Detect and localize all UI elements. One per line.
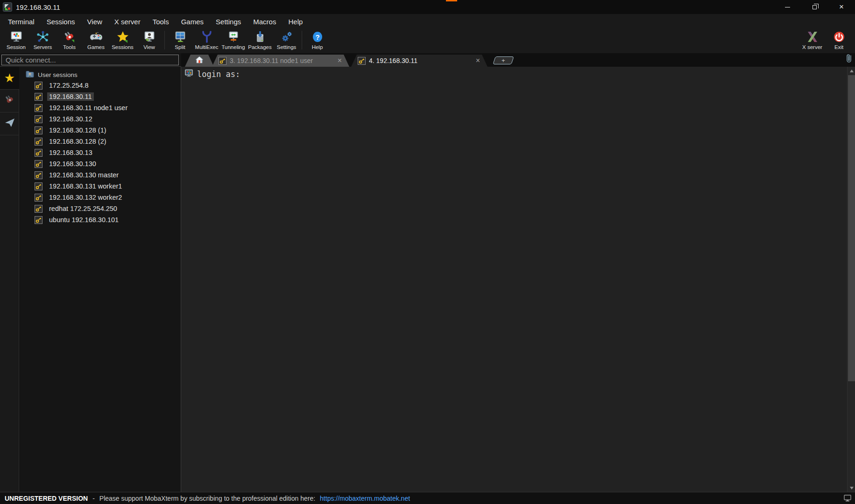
session-item[interactable]: 192.168.30.130 [19,158,181,169]
toolbar-divider [302,31,302,49]
tools-button[interactable]: Tools [56,30,83,52]
exit-button[interactable]: Exit [826,30,852,52]
sessions-button[interactable]: Sessions [109,30,136,52]
scroll-up-icon[interactable] [848,67,855,75]
toolbar-label: Tunneling [221,44,245,50]
sessions-star-icon [116,30,130,44]
split-button[interactable]: Split [167,30,193,52]
session-root[interactable]: User sessions [19,70,181,80]
multiexec-icon [200,30,214,44]
session-item[interactable]: 192.168.30.11 node1 user [19,102,181,113]
packages-button[interactable]: Packages [247,30,273,52]
terminal[interactable]: login as: [181,67,855,492]
tab-close-icon[interactable]: × [337,56,343,65]
minimize-button[interactable] [774,0,801,14]
session-item[interactable]: 192.168.30.128 (1) [19,125,181,136]
menu-view[interactable]: View [81,16,108,28]
toolbar-divider [164,31,165,49]
menu-help[interactable]: Help [282,16,309,28]
key-icon [35,194,42,202]
toolbar-label: Exit [834,44,843,50]
session-item[interactable]: 192.168.30.130 master [19,169,181,181]
session-item[interactable]: 192.168.30.128 (2) [19,136,181,147]
menu-macros[interactable]: Macros [247,16,282,28]
quick-connect-zone [0,53,181,67]
rail-sessions-button[interactable]: ★ [0,67,19,90]
status-separator: - [92,495,95,502]
key-icon [35,138,42,146]
key-icon [35,82,42,90]
mobatek-link[interactable]: https://mobaxterm.mobatek.net [320,495,410,502]
games-button[interactable]: Games [83,30,109,52]
session-item[interactable]: redhat 172.25.254.250 [19,203,181,214]
toolbar-label: Tools [63,44,76,50]
settings-button[interactable]: Settings [273,30,300,52]
tunneling-button[interactable]: Tunneling [220,30,247,52]
session-item[interactable]: 192.168.30.11 [19,91,181,102]
session-item-label: 192.168.30.128 (2) [47,137,108,146]
tab-close-icon[interactable]: × [475,56,481,65]
tab-session-3[interactable]: 3. 192.168.30.11 node1 user × [212,55,349,67]
home-icon [195,56,204,65]
mobaxterm-window: 192.168.30.11 × TerminalSessionsViewX se… [0,0,855,504]
paperclip-icon[interactable] [846,54,852,65]
session-item-label: 192.168.30.130 [47,160,98,168]
tunneling-icon [226,30,240,44]
split-icon [173,30,187,44]
new-tab-button[interactable]: + [493,56,514,64]
toolbar-label: Settings [277,44,297,50]
multiexec-button[interactable]: MultiExec [193,30,220,52]
packages-icon [253,30,267,44]
tab-band: 3. 192.168.30.11 node1 user × 4. 192.168… [0,53,855,67]
session-item[interactable]: 172.25.254.8 [19,80,181,91]
session-item[interactable]: 192.168.30.12 [19,113,181,125]
session-tree: User sessions 172.25.254.8 192.168.30.11… [19,67,181,492]
unregistered-version-label: UNREGISTERED VERSION [5,495,88,502]
terminal-prompt-text: login as: [197,70,240,79]
view-button[interactable]: View [136,30,163,52]
tools-icon [63,30,77,44]
sidebar: ★ User sessions [0,67,181,492]
menu-sessions[interactable]: Sessions [41,16,81,28]
help-icon: ? [311,30,325,44]
menu-games[interactable]: Games [175,16,210,28]
terminal-session-icon [184,69,193,79]
menubar: TerminalSessionsViewX serverToolsGamesSe… [0,14,855,29]
menu-tools[interactable]: Tools [147,16,175,28]
session-item-label: 192.168.30.131 worker1 [47,182,124,190]
key-icon [35,171,42,179]
rail-macros-button[interactable] [0,112,19,135]
close-button[interactable]: × [828,0,855,14]
terminal-scrollbar[interactable] [847,67,855,492]
status-message: Please support MobaXterm by subscribing … [99,495,315,502]
servers-button[interactable]: Servers [29,30,56,52]
scrollbar-thumb[interactable] [848,75,855,381]
tab-home[interactable] [185,55,214,67]
session-button[interactable]: Session [3,30,29,52]
menu-terminal[interactable]: Terminal [2,16,41,28]
tools-knife-icon [4,94,15,107]
menu-settings[interactable]: Settings [210,16,247,28]
paper-plane-icon [4,117,15,130]
session-item[interactable]: 192.168.30.13 [19,147,181,158]
session-item[interactable]: 192.168.30.132 worker2 [19,192,181,203]
xserver-button[interactable]: X server [799,30,826,52]
menu-x-server[interactable]: X server [108,16,147,28]
key-icon [35,182,42,190]
tab-session-4[interactable]: 4. 192.168.30.11 × [351,55,488,67]
status-bar: UNREGISTERED VERSION - Please support Mo… [0,492,855,504]
tab-label: 4. 192.168.30.11 [369,57,475,64]
key-icon [35,205,42,213]
session-item[interactable]: ubuntu 192.168.30.101 [19,214,181,225]
toolbar-label: Help [312,44,323,50]
tab-strip: 3. 192.168.30.11 node1 user × 4. 192.168… [181,53,855,67]
minimize-icon [785,7,790,7]
scroll-down-icon[interactable] [848,484,855,492]
session-root-label: User sessions [38,71,78,78]
session-item[interactable]: 192.168.30.131 worker1 [19,181,181,192]
rail-tools-button[interactable] [0,90,19,112]
title-bar: 192.168.30.11 × [0,0,855,14]
help-button[interactable]: ? Help [304,30,331,52]
quick-connect-input[interactable] [1,55,179,65]
restore-button[interactable] [801,0,828,14]
